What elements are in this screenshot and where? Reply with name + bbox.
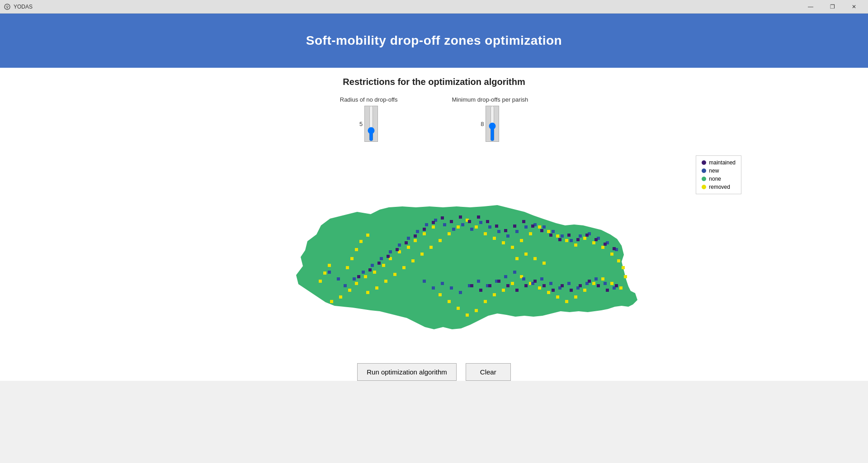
close-button[interactable]: ✕ <box>844 0 864 14</box>
svg-rect-123 <box>540 277 543 281</box>
svg-rect-99 <box>524 225 528 229</box>
svg-rect-110 <box>423 280 426 283</box>
svg-rect-18 <box>393 273 396 276</box>
svg-rect-28 <box>484 232 487 235</box>
svg-rect-144 <box>450 220 453 223</box>
button-row: Run optimization algorithm Clear <box>357 363 511 381</box>
radius-label: Radius of no drop-offs <box>340 96 398 103</box>
svg-rect-173 <box>561 284 564 287</box>
svg-rect-166 <box>497 280 500 283</box>
svg-rect-74 <box>328 264 331 267</box>
min-dropoffs-control: Minimum drop-offs per parish 8 <box>452 96 528 142</box>
svg-rect-42 <box>610 253 613 256</box>
svg-rect-92 <box>461 223 464 226</box>
svg-rect-39 <box>583 237 586 240</box>
svg-rect-60 <box>565 300 568 303</box>
svg-rect-141 <box>423 228 426 231</box>
svg-rect-138 <box>396 248 399 251</box>
svg-rect-174 <box>570 289 573 292</box>
svg-rect-165 <box>488 284 491 287</box>
svg-rect-6 <box>364 275 367 278</box>
svg-rect-163 <box>470 284 473 287</box>
min-dropoffs-slider[interactable] <box>488 105 497 141</box>
svg-rect-45 <box>624 275 627 278</box>
svg-rect-54 <box>511 282 514 285</box>
section-title: Restrictions for the optimization algori… <box>343 77 525 87</box>
svg-rect-21 <box>420 253 424 256</box>
map-canvas <box>208 167 660 334</box>
title-bar: YODAS — ❐ ✕ <box>0 0 868 14</box>
svg-rect-136 <box>377 262 381 265</box>
svg-rect-7 <box>373 271 376 274</box>
min-dropoffs-slider-wrapper[interactable] <box>486 106 499 142</box>
svg-rect-36 <box>556 234 559 238</box>
svg-rect-41 <box>601 246 604 249</box>
svg-rect-27 <box>475 225 478 229</box>
svg-rect-30 <box>502 241 505 244</box>
radius-slider-wrapper[interactable] <box>364 106 378 142</box>
svg-rect-116 <box>477 280 480 283</box>
svg-rect-147 <box>477 215 480 219</box>
svg-rect-158 <box>576 238 580 241</box>
svg-rect-88 <box>425 223 428 226</box>
svg-rect-25 <box>457 225 460 229</box>
main-content: Restrictions for the optimization algori… <box>0 68 868 381</box>
svg-rect-177 <box>597 284 600 287</box>
svg-rect-90 <box>443 223 446 226</box>
svg-rect-133 <box>328 271 331 274</box>
svg-rect-75 <box>515 257 519 260</box>
svg-rect-66 <box>619 286 623 290</box>
svg-rect-23 <box>439 239 442 242</box>
svg-rect-126 <box>567 282 571 285</box>
svg-rect-137 <box>387 255 390 258</box>
run-button[interactable]: Run optimization algorithm <box>357 363 457 381</box>
maximize-button[interactable]: ❐ <box>822 0 843 14</box>
svg-rect-132 <box>337 277 340 281</box>
svg-rect-58 <box>547 291 550 294</box>
svg-rect-143 <box>441 216 444 220</box>
svg-rect-12 <box>414 239 417 242</box>
clear-button[interactable]: Clear <box>466 363 511 381</box>
svg-rect-44 <box>622 266 625 269</box>
svg-rect-153 <box>531 224 534 228</box>
svg-rect-170 <box>533 280 537 283</box>
svg-rect-8 <box>382 264 385 267</box>
svg-rect-155 <box>549 234 552 237</box>
map-container: maintained new none removed <box>0 151 868 350</box>
svg-rect-113 <box>450 286 453 290</box>
svg-rect-142 <box>432 221 435 224</box>
svg-rect-124 <box>549 282 552 285</box>
svg-point-1 <box>7 7 8 8</box>
svg-rect-24 <box>448 232 451 235</box>
minimize-button[interactable]: — <box>800 0 821 14</box>
svg-rect-51 <box>484 300 487 303</box>
svg-rect-38 <box>574 243 577 247</box>
svg-rect-156 <box>558 238 561 241</box>
svg-rect-78 <box>542 262 546 265</box>
svg-rect-175 <box>579 284 582 287</box>
svg-rect-76 <box>524 253 528 256</box>
legend-dot-removed <box>702 185 706 189</box>
svg-rect-178 <box>606 289 609 292</box>
svg-rect-135 <box>368 268 372 271</box>
svg-rect-151 <box>513 224 516 228</box>
svg-rect-2 <box>330 300 333 303</box>
svg-rect-179 <box>615 284 618 287</box>
map-svg <box>208 167 660 334</box>
svg-rect-104 <box>570 239 573 242</box>
svg-rect-154 <box>540 229 543 232</box>
svg-rect-35 <box>547 230 550 233</box>
svg-rect-119 <box>504 275 507 278</box>
svg-rect-111 <box>432 286 435 290</box>
svg-rect-96 <box>497 230 500 233</box>
svg-rect-43 <box>617 259 620 262</box>
svg-rect-164 <box>479 289 482 292</box>
svg-rect-134 <box>357 275 360 278</box>
svg-rect-81 <box>362 271 365 274</box>
svg-rect-4 <box>348 289 351 292</box>
svg-rect-91 <box>452 228 455 231</box>
svg-rect-80 <box>353 277 356 281</box>
svg-rect-70 <box>359 240 363 243</box>
svg-rect-87 <box>416 230 419 233</box>
radius-slider[interactable] <box>367 105 376 141</box>
